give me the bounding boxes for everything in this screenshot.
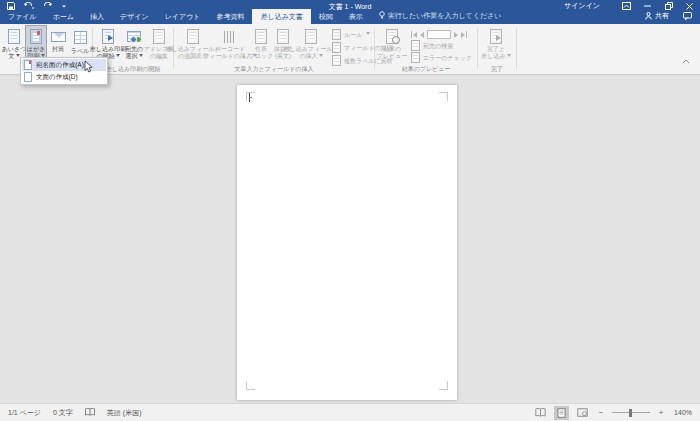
proofing-icon[interactable] — [85, 408, 95, 417]
check-errors-button[interactable]: エラーのチェック — [411, 52, 472, 63]
document-area — [0, 75, 700, 403]
group-label-finish: 完了 — [478, 66, 516, 73]
tab-review[interactable]: 校閲 — [311, 9, 341, 24]
lightbulb-icon — [379, 11, 385, 20]
tab-references[interactable]: 参考資料 — [208, 9, 252, 24]
barcode-icon — [224, 31, 236, 43]
previous-record-icon[interactable] — [420, 32, 424, 38]
comments-icon[interactable] — [683, 12, 692, 21]
text-cursor — [249, 93, 250, 102]
person-icon — [645, 12, 652, 21]
record-number-input[interactable] — [427, 30, 451, 39]
address-block-icon — [255, 29, 267, 44]
zoom-slider[interactable] — [612, 408, 650, 418]
dropdown-arrow-icon — [366, 32, 370, 37]
tell-me-label: 実行したい作業を入力してください — [388, 12, 502, 19]
mouse-cursor — [84, 59, 94, 77]
insert-merge-field-button[interactable]: 差し込みフィールド の挿入 — [293, 25, 329, 64]
greeting-line-button[interactable]: 挨拶文 (英文) — [273, 25, 293, 64]
share-label: 共有 — [655, 11, 669, 21]
margin-mark — [439, 381, 448, 390]
edit-recipient-list-icon — [153, 29, 165, 44]
title-bar: 文書 1 - Word サインイン ファイル ホーム 挿入 デザイン レイアウト… — [0, 0, 700, 24]
address-block-button[interactable]: 住所 ブロック — [249, 25, 273, 64]
status-right: − + 140% — [533, 406, 700, 420]
insert-merge-field-icon — [305, 29, 317, 44]
envelope-icon — [51, 32, 66, 42]
update-labels-icon — [332, 55, 341, 66]
finish-merge-icon — [490, 29, 502, 44]
margin-mark — [439, 92, 448, 101]
ribbon-group-finish: 完了と 差し込み 完了 — [478, 24, 516, 74]
dropdown-arrow-icon — [116, 54, 120, 59]
zoom-level[interactable]: 140% — [672, 409, 692, 416]
address-side-icon — [24, 60, 32, 70]
read-mode-button[interactable] — [533, 406, 548, 420]
first-record-icon[interactable] — [411, 31, 417, 38]
start-mail-merge-icon — [102, 29, 114, 44]
sign-in-button[interactable]: サインイン — [564, 0, 600, 12]
greeting-text-icon — [8, 29, 20, 44]
group-label-write-insert-fields: 文章入力とフィールドの挿入 — [174, 66, 374, 73]
check-errors-icon — [411, 52, 420, 63]
ribbon-group-preview-results: 結果の プレビュー 宛先の検索 エラーのチェック — [375, 24, 477, 74]
find-recipient-button[interactable]: 宛先の検索 — [411, 40, 472, 51]
finish-merge-button[interactable]: 完了と 差し込み — [479, 25, 513, 64]
zoom-out-button[interactable]: − — [596, 408, 606, 418]
last-record-icon[interactable] — [461, 31, 467, 38]
labels-icon — [74, 31, 87, 44]
message-side-icon — [24, 72, 32, 82]
dropdown-arrow-icon — [319, 54, 323, 59]
dropdown-arrow-icon — [139, 54, 143, 59]
page-count[interactable]: 1/1 ページ — [8, 408, 41, 418]
group-separator — [516, 28, 517, 69]
ribbon-display-options-icon[interactable] — [616, 0, 637, 12]
insert-barcode-field-button[interactable]: バーコード フィールドの挿入 — [211, 25, 249, 64]
postcard-icon — [30, 29, 42, 44]
highlight-merge-fields-icon — [187, 29, 199, 44]
tab-design[interactable]: デザイン — [112, 9, 157, 24]
tab-home[interactable]: ホーム — [45, 9, 82, 24]
hagaki-print-menu: 宛名面の作成(A) 文面の作成(D) — [20, 57, 108, 85]
greeting-line-icon — [277, 29, 289, 44]
status-bar: 1/1 ページ 0 文字 英語 (米国) − + 140% — [0, 403, 700, 421]
collapse-ribbon-icon[interactable] — [682, 50, 690, 68]
tab-view[interactable]: 表示 — [341, 9, 371, 24]
record-navigator — [411, 29, 472, 39]
tab-mailings[interactable]: 差し込み文書 — [252, 9, 310, 24]
word-count[interactable]: 0 文字 — [53, 408, 73, 418]
preview-small-buttons: 宛先の検索 エラーのチェック — [408, 25, 474, 64]
preview-results-icon — [386, 29, 398, 44]
find-recipient-icon — [411, 40, 420, 51]
next-record-icon[interactable] — [454, 32, 458, 38]
zoom-in-button[interactable]: + — [656, 408, 666, 418]
document-page[interactable] — [237, 85, 457, 400]
edit-recipient-list-button[interactable]: アドレス帳 の編集 — [146, 25, 172, 64]
group-label-preview-results: 結果のプレビュー — [375, 66, 477, 73]
select-recipients-button[interactable]: 宛先の 選択 — [122, 25, 146, 64]
select-recipients-icon — [127, 31, 141, 42]
match-fields-icon — [332, 42, 341, 53]
share-row: 共有 — [645, 11, 692, 21]
tell-me-box[interactable]: 実行したい作業を入力してください — [371, 7, 510, 24]
ribbon-tabs: ファイル ホーム 挿入 デザイン レイアウト 参考資料 差し込み文書 校閲 表示… — [0, 7, 509, 24]
ribbon-group-write-insert-fields: 差し込みフィールド の強調表示 バーコード フィールドの挿入 住所 ブロック — [174, 24, 374, 74]
print-layout-button[interactable] — [554, 406, 569, 420]
tab-layout[interactable]: レイアウト — [157, 9, 209, 24]
status-left: 1/1 ページ 0 文字 英語 (米国) — [0, 408, 141, 418]
web-layout-button[interactable] — [575, 406, 590, 420]
dropdown-arrow-icon — [16, 54, 20, 59]
tab-file[interactable]: ファイル — [0, 9, 45, 24]
preview-results-button[interactable]: 結果の プレビュー — [376, 25, 408, 64]
share-button[interactable]: 共有 — [645, 11, 669, 21]
margin-mark — [246, 381, 255, 390]
language-status[interactable]: 英語 (米国) — [107, 408, 142, 418]
tab-insert[interactable]: 挿入 — [82, 9, 112, 24]
zoom-slider-thumb[interactable] — [629, 409, 632, 417]
rules-icon — [332, 29, 341, 40]
dropdown-arrow-icon — [507, 54, 511, 59]
